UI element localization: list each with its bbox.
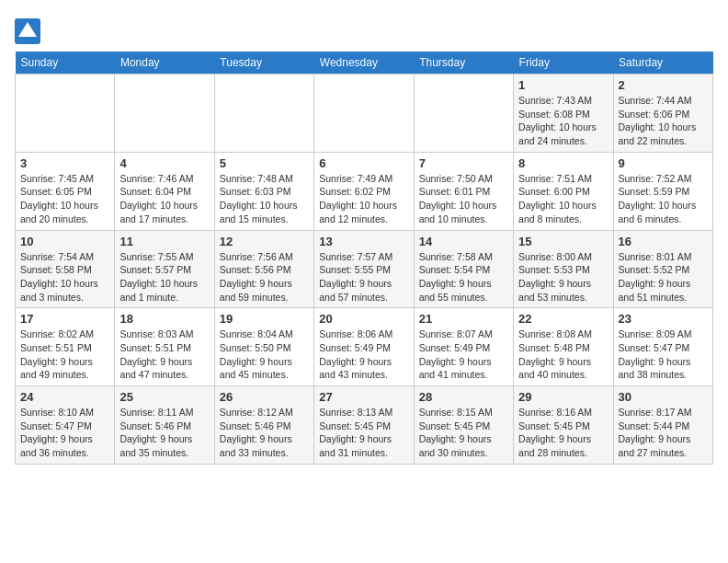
day-info: Sunrise: 7:55 AM Sunset: 5:57 PM Dayligh… xyxy=(119,250,209,304)
calendar-cell: 20Sunrise: 8:06 AM Sunset: 5:49 PM Dayli… xyxy=(314,308,414,386)
day-info: Sunrise: 8:16 AM Sunset: 5:45 PM Dayligh… xyxy=(518,406,608,460)
day-info: Sunrise: 8:03 AM Sunset: 5:51 PM Dayligh… xyxy=(119,327,209,382)
calendar-cell: 24Sunrise: 8:10 AM Sunset: 5:47 PM Dayli… xyxy=(16,386,115,465)
calendar-week-3: 10Sunrise: 7:54 AM Sunset: 5:58 PM Dayli… xyxy=(16,230,713,308)
day-number: 2 xyxy=(619,78,708,92)
calendar-cell: 10Sunrise: 7:54 AM Sunset: 5:58 PM Dayli… xyxy=(16,230,115,308)
calendar-cell: 15Sunrise: 8:00 AM Sunset: 5:53 PM Dayli… xyxy=(514,230,613,308)
calendar-cell: 30Sunrise: 8:17 AM Sunset: 5:44 PM Dayli… xyxy=(613,386,712,465)
calendar-cell: 23Sunrise: 8:09 AM Sunset: 5:47 PM Dayli… xyxy=(613,308,712,386)
day-number: 18 xyxy=(119,312,209,326)
calendar-cell: 8Sunrise: 7:51 AM Sunset: 6:00 PM Daylig… xyxy=(514,152,613,230)
calendar-cell xyxy=(214,75,313,153)
day-info: Sunrise: 7:56 AM Sunset: 5:56 PM Dayligh… xyxy=(220,250,309,304)
day-info: Sunrise: 8:02 AM Sunset: 5:51 PM Dayligh… xyxy=(20,327,109,382)
day-number: 16 xyxy=(619,235,708,248)
calendar-cell: 4Sunrise: 7:46 AM Sunset: 6:04 PM Daylig… xyxy=(115,152,214,230)
day-number: 4 xyxy=(119,156,209,170)
weekday-header-sunday: Sunday xyxy=(16,52,115,75)
calendar-cell: 27Sunrise: 8:13 AM Sunset: 5:45 PM Dayli… xyxy=(314,386,414,465)
weekday-header-tuesday: Tuesday xyxy=(214,52,313,75)
day-info: Sunrise: 7:44 AM Sunset: 6:06 PM Dayligh… xyxy=(619,94,708,148)
day-number: 1 xyxy=(518,78,608,92)
calendar-cell: 28Sunrise: 8:15 AM Sunset: 5:45 PM Dayli… xyxy=(414,386,513,465)
day-number: 29 xyxy=(518,390,608,404)
day-info: Sunrise: 7:43 AM Sunset: 6:08 PM Dayligh… xyxy=(518,94,608,148)
day-number: 5 xyxy=(220,156,309,170)
logo-icon xyxy=(15,18,40,44)
calendar-table: SundayMondayTuesdayWednesdayThursdayFrid… xyxy=(15,52,713,465)
weekday-header-row: SundayMondayTuesdayWednesdayThursdayFrid… xyxy=(16,52,713,75)
day-info: Sunrise: 8:06 AM Sunset: 5:49 PM Dayligh… xyxy=(319,327,408,382)
calendar-cell xyxy=(16,75,115,153)
calendar-week-4: 17Sunrise: 8:02 AM Sunset: 5:51 PM Dayli… xyxy=(16,308,713,386)
day-number: 11 xyxy=(119,235,209,248)
day-info: Sunrise: 8:09 AM Sunset: 5:47 PM Dayligh… xyxy=(619,327,708,382)
calendar-cell: 2Sunrise: 7:44 AM Sunset: 6:06 PM Daylig… xyxy=(613,75,712,153)
day-info: Sunrise: 7:52 AM Sunset: 5:59 PM Dayligh… xyxy=(619,172,708,226)
day-info: Sunrise: 8:01 AM Sunset: 5:52 PM Dayligh… xyxy=(619,250,708,304)
calendar-week-5: 24Sunrise: 8:10 AM Sunset: 5:47 PM Dayli… xyxy=(16,386,713,465)
day-info: Sunrise: 7:51 AM Sunset: 6:00 PM Dayligh… xyxy=(518,172,608,226)
day-info: Sunrise: 7:45 AM Sunset: 6:05 PM Dayligh… xyxy=(20,172,109,226)
day-number: 25 xyxy=(119,390,209,404)
weekday-header-friday: Friday xyxy=(514,52,613,75)
calendar-cell: 12Sunrise: 7:56 AM Sunset: 5:56 PM Dayli… xyxy=(214,230,313,308)
calendar-week-1: 1Sunrise: 7:43 AM Sunset: 6:08 PM Daylig… xyxy=(16,75,713,153)
weekday-header-wednesday: Wednesday xyxy=(314,52,414,75)
calendar-cell xyxy=(115,75,214,153)
calendar-cell xyxy=(414,75,513,153)
weekday-header-monday: Monday xyxy=(115,52,214,75)
day-info: Sunrise: 8:11 AM Sunset: 5:46 PM Dayligh… xyxy=(119,406,209,460)
day-info: Sunrise: 8:15 AM Sunset: 5:45 PM Dayligh… xyxy=(419,406,508,460)
day-number: 21 xyxy=(419,312,508,326)
day-number: 15 xyxy=(518,235,608,248)
day-info: Sunrise: 7:58 AM Sunset: 5:54 PM Dayligh… xyxy=(419,250,508,304)
day-number: 26 xyxy=(220,390,309,404)
day-info: Sunrise: 8:13 AM Sunset: 5:45 PM Dayligh… xyxy=(319,406,408,460)
day-number: 8 xyxy=(518,156,608,170)
day-number: 14 xyxy=(419,235,508,248)
calendar-cell: 5Sunrise: 7:48 AM Sunset: 6:03 PM Daylig… xyxy=(214,152,313,230)
day-number: 12 xyxy=(220,235,309,248)
calendar-cell: 1Sunrise: 7:43 AM Sunset: 6:08 PM Daylig… xyxy=(514,75,613,153)
day-number: 7 xyxy=(419,156,508,170)
day-info: Sunrise: 7:50 AM Sunset: 6:01 PM Dayligh… xyxy=(419,172,508,226)
day-number: 20 xyxy=(319,312,408,326)
calendar-cell: 14Sunrise: 7:58 AM Sunset: 5:54 PM Dayli… xyxy=(414,230,513,308)
day-number: 6 xyxy=(319,156,408,170)
day-info: Sunrise: 7:54 AM Sunset: 5:58 PM Dayligh… xyxy=(20,250,109,304)
day-info: Sunrise: 8:17 AM Sunset: 5:44 PM Dayligh… xyxy=(619,406,708,460)
calendar-cell: 18Sunrise: 8:03 AM Sunset: 5:51 PM Dayli… xyxy=(115,308,214,386)
calendar-cell: 26Sunrise: 8:12 AM Sunset: 5:46 PM Dayli… xyxy=(214,386,313,465)
day-number: 24 xyxy=(20,390,109,404)
calendar-cell: 9Sunrise: 7:52 AM Sunset: 5:59 PM Daylig… xyxy=(613,152,712,230)
day-number: 17 xyxy=(20,312,109,326)
day-info: Sunrise: 8:04 AM Sunset: 5:50 PM Dayligh… xyxy=(220,327,309,382)
day-number: 22 xyxy=(518,312,608,326)
calendar-cell: 29Sunrise: 8:16 AM Sunset: 5:45 PM Dayli… xyxy=(514,386,613,465)
calendar-cell xyxy=(314,75,414,153)
day-number: 9 xyxy=(619,156,708,170)
day-number: 13 xyxy=(319,235,408,248)
day-number: 27 xyxy=(319,390,408,404)
calendar-week-2: 3Sunrise: 7:45 AM Sunset: 6:05 PM Daylig… xyxy=(16,152,713,230)
calendar-cell: 6Sunrise: 7:49 AM Sunset: 6:02 PM Daylig… xyxy=(314,152,414,230)
page-header xyxy=(15,15,713,44)
calendar-cell: 19Sunrise: 8:04 AM Sunset: 5:50 PM Dayli… xyxy=(214,308,313,386)
calendar-cell: 21Sunrise: 8:07 AM Sunset: 5:49 PM Dayli… xyxy=(414,308,513,386)
day-info: Sunrise: 8:12 AM Sunset: 5:46 PM Dayligh… xyxy=(220,406,309,460)
calendar-cell: 7Sunrise: 7:50 AM Sunset: 6:01 PM Daylig… xyxy=(414,152,513,230)
calendar-cell: 22Sunrise: 8:08 AM Sunset: 5:48 PM Dayli… xyxy=(514,308,613,386)
day-info: Sunrise: 7:48 AM Sunset: 6:03 PM Dayligh… xyxy=(220,172,309,226)
weekday-header-saturday: Saturday xyxy=(613,52,712,75)
day-info: Sunrise: 8:07 AM Sunset: 5:49 PM Dayligh… xyxy=(419,327,508,382)
day-number: 28 xyxy=(419,390,508,404)
day-info: Sunrise: 8:00 AM Sunset: 5:53 PM Dayligh… xyxy=(518,250,608,304)
calendar-cell: 16Sunrise: 8:01 AM Sunset: 5:52 PM Dayli… xyxy=(613,230,712,308)
day-number: 30 xyxy=(619,390,708,404)
logo xyxy=(15,18,42,44)
day-info: Sunrise: 8:10 AM Sunset: 5:47 PM Dayligh… xyxy=(20,406,109,460)
day-info: Sunrise: 7:46 AM Sunset: 6:04 PM Dayligh… xyxy=(119,172,209,226)
day-info: Sunrise: 7:57 AM Sunset: 5:55 PM Dayligh… xyxy=(319,250,408,304)
